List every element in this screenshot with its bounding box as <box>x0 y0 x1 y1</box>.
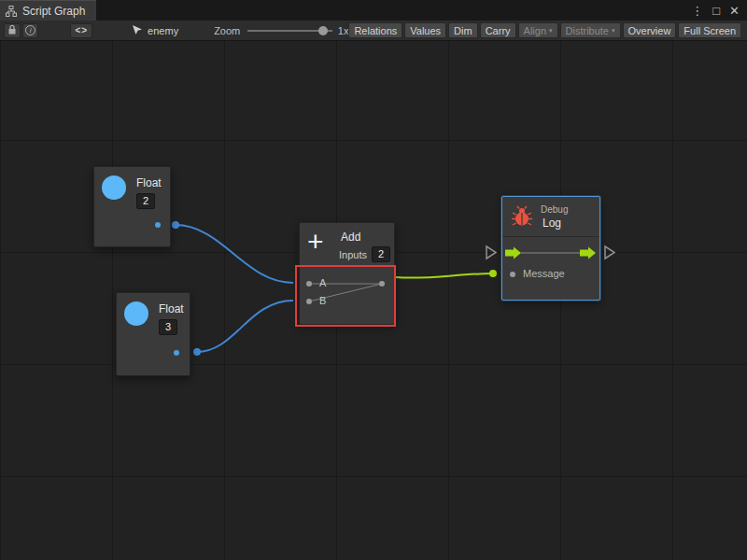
titlebar: Script Graph ⋮ □ ✕ <box>0 0 747 21</box>
graph-reference[interactable]: enemy <box>132 24 178 37</box>
float-type-icon <box>102 175 126 200</box>
zoom-slider-handle[interactable] <box>318 26 328 35</box>
output-port[interactable] <box>155 222 161 228</box>
inputs-label: Inputs <box>339 249 367 260</box>
relations-button[interactable]: Relations <box>348 22 402 38</box>
flow-in-arrow-icon <box>505 247 521 259</box>
code-icon: <> <box>75 25 88 35</box>
node-debug-log[interactable]: Debug Log Message <box>501 196 600 301</box>
bug-icon <box>510 204 534 231</box>
message-input-port[interactable] <box>510 272 515 277</box>
pointer-icon <box>132 24 143 37</box>
zoom-label: Zoom <box>214 25 240 36</box>
menu-icon[interactable]: ⋮ <box>691 5 703 17</box>
plus-icon: + <box>307 227 324 257</box>
float-value-field[interactable]: 2 <box>136 193 155 209</box>
node-float-2[interactable]: Float 3 <box>116 292 190 376</box>
close-icon[interactable]: ✕ <box>729 5 740 17</box>
zoom-slider[interactable] <box>247 24 332 37</box>
window-controls: ⋮ □ ✕ <box>691 0 747 21</box>
unity-script-graph-window: Script Graph ⋮ □ ✕ i <> <box>0 0 747 560</box>
node-title: Float <box>159 302 184 315</box>
port-a-label: A <box>319 277 326 288</box>
graph-canvas[interactable]: Float 2 Float 3 + Add Inputs 2 <box>0 41 747 560</box>
output-port[interactable] <box>174 350 179 356</box>
distribute-button[interactable]: Distribute ▾ <box>560 22 621 38</box>
flow-out-arrow-icon <box>580 247 596 259</box>
align-button[interactable]: Align ▾ <box>518 22 558 38</box>
chevron-down-icon: ▾ <box>612 27 615 35</box>
node-title: Float <box>136 176 162 189</box>
output-port-sum[interactable] <box>379 281 385 287</box>
chevron-down-icon: ▾ <box>549 27 553 35</box>
node-title: Add <box>341 231 360 244</box>
distribute-label: Distribute <box>566 25 609 36</box>
input-port-a[interactable] <box>306 281 312 287</box>
zoom-value: 1x <box>338 25 349 36</box>
node-float-1[interactable]: Float 2 <box>93 166 171 247</box>
node-category: Debug <box>541 204 568 215</box>
port-b-label: B <box>319 295 326 306</box>
align-label: Align <box>524 25 546 36</box>
maximize-icon[interactable]: □ <box>712 5 720 17</box>
input-port-b[interactable] <box>306 299 312 304</box>
code-view-button[interactable]: <> <box>70 23 92 38</box>
info-button[interactable]: i <box>22 23 39 38</box>
graph-icon <box>6 6 17 17</box>
add-node-header: + Add Inputs 2 <box>300 223 394 267</box>
float-value-field[interactable]: 3 <box>159 319 177 335</box>
graph-toolbar: i <> enemy Zoom 1x Relations Values Dim … <box>0 21 747 41</box>
flow-port-triangle-icon[interactable] <box>603 245 617 260</box>
toolbar-buttons: Relations Values Dim Carry Align ▾ Distr… <box>348 22 743 38</box>
node-title: Log <box>543 217 561 230</box>
node-add[interactable]: + Add Inputs 2 A B <box>299 222 395 325</box>
full-screen-button[interactable]: Full Screen <box>678 22 741 38</box>
dim-button[interactable]: Dim <box>448 22 478 38</box>
relation-lines <box>300 267 396 324</box>
flow-port-triangle-icon[interactable] <box>485 245 499 260</box>
message-port-label: Message <box>523 268 565 279</box>
debug-node-header: Debug Log <box>502 197 599 237</box>
float-type-icon <box>124 301 148 326</box>
overview-button[interactable]: Overview <box>623 22 677 38</box>
values-button[interactable]: Values <box>404 22 446 38</box>
graph-name: enemy <box>148 25 178 36</box>
tab-title: Script Graph <box>22 5 85 18</box>
add-node-ports: A B <box>300 267 394 324</box>
carry-button[interactable]: Carry <box>480 22 516 38</box>
inputs-count-field[interactable]: 2 <box>372 246 390 262</box>
lock-icon <box>7 24 17 37</box>
lock-button[interactable] <box>4 23 21 38</box>
tab-script-graph[interactable]: Script Graph <box>0 0 96 21</box>
info-icon: i <box>25 25 35 35</box>
